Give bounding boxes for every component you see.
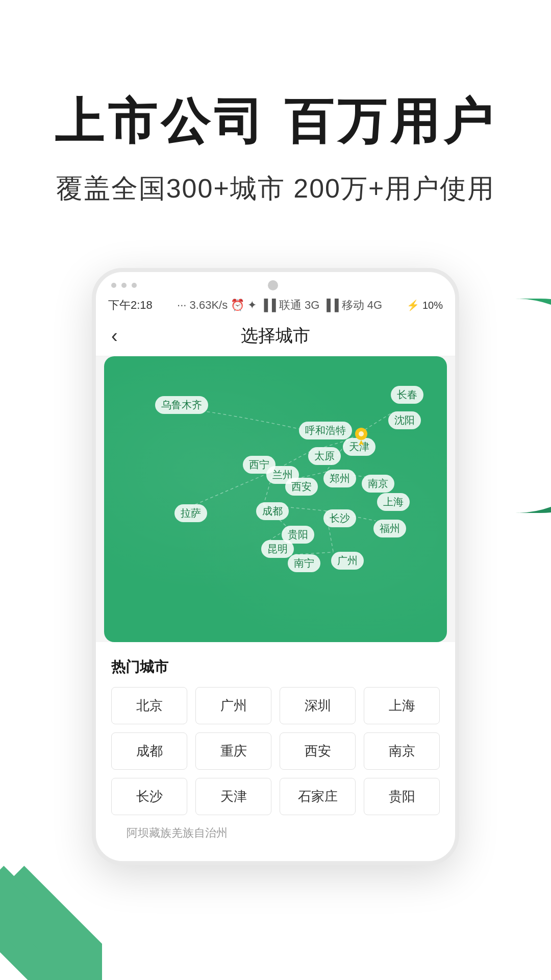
map-pin <box>354 427 368 447</box>
region-text: 阿坝藏族羌族自治州 <box>111 815 440 846</box>
hot-cities-title: 热门城市 <box>111 657 440 677</box>
city-btn-shijiazhuang[interactable]: 石家庄 <box>280 778 356 815</box>
status-battery: ⚡ 10% <box>407 299 443 311</box>
city-zhengzhou[interactable]: 郑州 <box>323 470 356 487</box>
svg-point-0 <box>449 355 541 457</box>
sub-title: 覆盖全国300+城市 200万+用户使用 <box>41 171 510 207</box>
city-taiyuan[interactable]: 太原 <box>308 447 341 465</box>
map-area[interactable]: 乌鲁木齐 长春 沈阳 呼和浩特 天津 太原 西宁 兰州 西安 郑州 南京 上海 … <box>104 356 447 642</box>
top-section: 上市公司 百万用户 覆盖全国300+城市 200万+用户使用 <box>0 0 551 237</box>
city-btn-changsha[interactable]: 长沙 <box>111 778 187 815</box>
city-btn-xian[interactable]: 西安 <box>280 732 356 770</box>
city-lasa[interactable]: 拉萨 <box>174 504 207 522</box>
city-guangzhou-map[interactable]: 广州 <box>331 552 364 570</box>
city-btn-tianjin[interactable]: 天津 <box>195 778 271 815</box>
city-btn-nanjing[interactable]: 南京 <box>364 732 440 770</box>
city-shanghai-map[interactable]: 上海 <box>377 493 410 511</box>
main-title: 上市公司 百万用户 <box>41 92 510 151</box>
dot-2 <box>121 283 127 288</box>
nav-title: 选择城市 <box>241 324 310 348</box>
city-fuzhou[interactable]: 福州 <box>373 520 406 537</box>
status-time: 下午2:18 <box>108 298 153 313</box>
city-wulumuqi[interactable]: 乌鲁木齐 <box>155 396 208 414</box>
phone-top-bar <box>96 272 455 295</box>
city-changchun[interactable]: 长春 <box>391 386 423 404</box>
dot-3 <box>132 283 137 288</box>
city-nanning[interactable]: 南宁 <box>288 554 320 572</box>
green-arc-decoration <box>449 299 551 515</box>
phone-dots <box>111 283 137 288</box>
city-btn-guangzhou[interactable]: 广州 <box>195 687 271 724</box>
city-xian[interactable]: 西安 <box>285 478 318 496</box>
bottom-left-decoration <box>0 817 102 980</box>
city-chengdu-map[interactable]: 成都 <box>256 502 289 520</box>
city-nanjing-map[interactable]: 南京 <box>362 475 394 493</box>
city-shenyang[interactable]: 沈阳 <box>388 411 421 429</box>
status-bar: 下午2:18 ··· 3.63K/s ⏰ ✦ ▐▐ 联通 3G ▐▐ 移动 4G… <box>96 295 455 316</box>
city-btn-shenzhen[interactable]: 深圳 <box>280 687 356 724</box>
city-changsha-map[interactable]: 长沙 <box>323 509 356 527</box>
phone-container: 下午2:18 ··· 3.63K/s ⏰ ✦ ▐▐ 联通 3G ▐▐ 移动 4G… <box>0 268 551 865</box>
city-btn-chengdu[interactable]: 成都 <box>111 732 187 770</box>
city-grid: 北京 广州 深圳 上海 成都 重庆 西安 南京 长沙 天津 石家庄 贵阳 <box>111 687 440 815</box>
city-btn-chongqing[interactable]: 重庆 <box>195 732 271 770</box>
nav-bar: ‹ 选择城市 <box>96 316 455 356</box>
status-network: ··· 3.63K/s ⏰ ✦ ▐▐ 联通 3G ▐▐ 移动 4G <box>177 298 382 313</box>
city-btn-beijing[interactable]: 北京 <box>111 687 187 724</box>
city-kunming[interactable]: 昆明 <box>261 540 294 558</box>
back-button[interactable]: ‹ <box>111 325 118 347</box>
city-btn-shanghai[interactable]: 上海 <box>364 687 440 724</box>
city-huhehaote[interactable]: 呼和浩特 <box>299 422 352 439</box>
hot-cities-section: 热门城市 北京 广州 深圳 上海 成都 重庆 西安 南京 长沙 天津 石家庄 贵… <box>96 642 455 861</box>
dot-1 <box>111 283 116 288</box>
phone-camera <box>268 280 278 290</box>
svg-point-2 <box>359 431 364 436</box>
phone-mockup: 下午2:18 ··· 3.63K/s ⏰ ✦ ▐▐ 联通 3G ▐▐ 移动 4G… <box>92 268 459 865</box>
city-btn-guiyang[interactable]: 贵阳 <box>364 778 440 815</box>
